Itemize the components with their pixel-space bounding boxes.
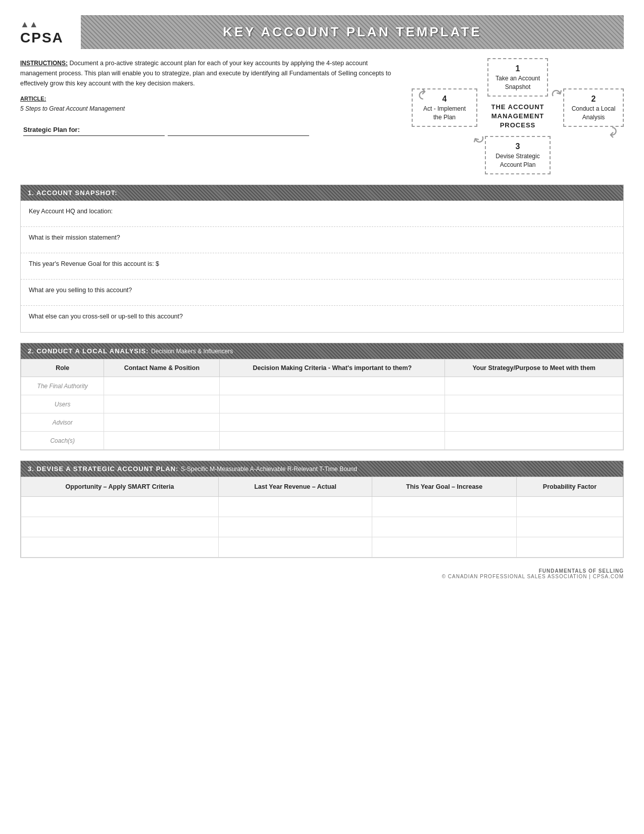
page-title: KEY ACCOUNT PLAN TEMPLATE xyxy=(96,24,609,40)
strategy-cell-3 xyxy=(445,413,623,432)
decision-cell-3 xyxy=(220,413,445,432)
smart-row-1 xyxy=(21,497,623,517)
table-row: The Final Authority xyxy=(21,377,623,395)
step2-label: Conduct a LocalAnalysis xyxy=(572,105,616,121)
smart-opp-1 xyxy=(21,497,219,517)
smart-table: Opportunity – Apply SMART Criteria Last … xyxy=(21,477,623,558)
instructions-body: Document a pro-active strategic account … xyxy=(20,60,391,87)
smart-col-last-year: Last Year Revenue – Actual xyxy=(218,477,372,497)
decision-cell-2 xyxy=(220,395,445,413)
snapshot-row-5: What else can you cross-sell or up-sell … xyxy=(21,306,623,332)
col-contact: Contact Name & Position xyxy=(104,359,220,377)
strategic-plan-underline xyxy=(168,125,309,136)
contact-cell-1 xyxy=(104,377,220,395)
contact-cell-2 xyxy=(104,395,220,413)
footer-line2: © CANADIAN PROFESSIONAL SALES ASSOCIATIO… xyxy=(20,574,624,579)
step3-label: Devise StrategicAccount Plan xyxy=(496,153,539,168)
snapshot-row-1: Key Account HQ and location: xyxy=(21,201,623,227)
strategy-cell-2 xyxy=(445,395,623,413)
analysis-header: 2. CONDUCT A LOCAL ANALYSIS: Decision Ma… xyxy=(21,343,623,359)
analysis-table-header-row: Role Contact Name & Position Decision Ma… xyxy=(21,359,623,377)
intro-section: INSTRUCTIONS: Document a pro-active stra… xyxy=(20,58,624,174)
contact-cell-4 xyxy=(104,432,220,450)
table-row: Users xyxy=(21,395,623,413)
page-header: ▲▲ CPSA KEY ACCOUNT PLAN TEMPLATE xyxy=(20,15,624,49)
page-footer: FUNDAMENTALS OF SELLING © CANADIAN PROFE… xyxy=(20,568,624,579)
col-decision: Decision Making Criteria - What's import… xyxy=(220,359,445,377)
step1-label: Take an AccountSnapshot xyxy=(496,75,540,90)
role-cell-2: Users xyxy=(21,395,104,413)
process-center-label: THE ACCOUNT MANAGEMENT PROCESS xyxy=(491,103,544,130)
strategy-cell-4 xyxy=(445,432,623,450)
process-diagram: 1 Take an AccountSnapshot 2 Conduct a Lo… xyxy=(412,58,624,174)
process-step-2: 2 Conduct a LocalAnalysis xyxy=(563,88,624,127)
role-cell-1: The Final Authority xyxy=(21,377,104,395)
strategy-cell-1 xyxy=(445,377,623,395)
snapshot-header: 1. ACCOUNT SNAPSHOT: xyxy=(21,185,623,201)
decision-cell-4 xyxy=(220,432,445,450)
logo-icon: ▲▲ xyxy=(20,19,81,30)
title-banner: KEY ACCOUNT PLAN TEMPLATE xyxy=(81,15,624,49)
snapshot-row-3: This year's Revenue Goal for this accoun… xyxy=(21,253,623,280)
footer-line1: FUNDAMENTALS OF SELLING xyxy=(20,568,624,574)
smart-this-1 xyxy=(372,497,517,517)
col-role: Role xyxy=(21,359,104,377)
analysis-table: Role Contact Name & Position Decision Ma… xyxy=(21,359,623,450)
smart-this-2 xyxy=(372,517,517,537)
smart-opp-2 xyxy=(21,517,219,537)
decision-cell-1 xyxy=(220,377,445,395)
smart-section: 3. DEVISE A STRATEGIC ACCOUNT PLAN: S-Sp… xyxy=(20,460,624,558)
role-cell-3: Advisor xyxy=(21,413,104,432)
logo-text: CPSA xyxy=(20,31,81,45)
smart-header: 3. DEVISE A STRATEGIC ACCOUNT PLAN: S-Sp… xyxy=(21,461,623,477)
smart-col-opp: Opportunity – Apply SMART Criteria xyxy=(21,477,219,497)
smart-row-3 xyxy=(21,537,623,558)
contact-cell-3 xyxy=(104,413,220,432)
snapshot-row-4: What are you selling to this account? xyxy=(21,280,623,306)
analysis-section: 2. CONDUCT A LOCAL ANALYSIS: Decision Ma… xyxy=(20,343,624,450)
strategic-plan-line: Strategic Plan for: xyxy=(20,125,397,136)
table-row: Advisor xyxy=(21,413,623,432)
process-step-3: 3 Devise StrategicAccount Plan xyxy=(485,136,551,174)
article-title: 5 Steps to Great Account Management xyxy=(20,105,125,112)
smart-col-this-year: This Year Goal – Increase xyxy=(372,477,517,497)
intro-text: INSTRUCTIONS: Document a pro-active stra… xyxy=(20,58,397,174)
smart-opp-3 xyxy=(21,537,219,558)
smart-prob-3 xyxy=(516,537,623,558)
col-strategy: Your Strategy/Purpose to Meet with them xyxy=(445,359,623,377)
smart-last-3 xyxy=(218,537,372,558)
role-cell-4: Coach(s) xyxy=(21,432,104,450)
instructions-label: INSTRUCTIONS: xyxy=(20,60,68,67)
table-row: Coach(s) xyxy=(21,432,623,450)
smart-prob-1 xyxy=(516,497,623,517)
smart-this-3 xyxy=(372,537,517,558)
article-label: ARTICLE: xyxy=(20,95,397,104)
smart-col-probability: Probability Factor xyxy=(516,477,623,497)
smart-header-row: Opportunity – Apply SMART Criteria Last … xyxy=(21,477,623,497)
snapshot-section: 1. ACCOUNT SNAPSHOT: Key Account HQ and … xyxy=(20,184,624,333)
logo-area: ▲▲ CPSA xyxy=(20,19,81,45)
arrow-2: ↷ xyxy=(604,126,620,138)
arrow-4: ↷ xyxy=(415,88,432,100)
smart-row-2 xyxy=(21,517,623,537)
snapshot-row-2: What is their mission statement? xyxy=(21,227,623,253)
smart-last-2 xyxy=(218,517,372,537)
smart-prob-2 xyxy=(516,517,623,537)
smart-last-1 xyxy=(218,497,372,517)
step4-label: Act - Implementthe Plan xyxy=(423,105,466,121)
process-step-1: 1 Take an AccountSnapshot xyxy=(487,58,548,97)
